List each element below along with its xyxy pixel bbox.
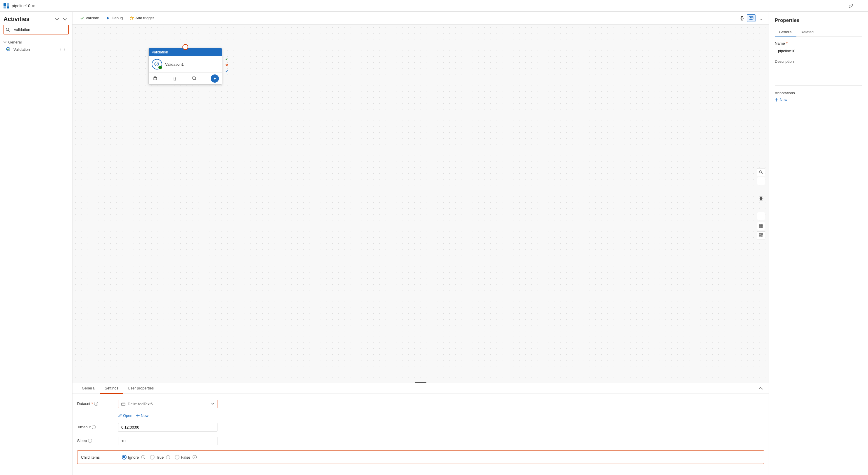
svg-marker-8 (107, 16, 109, 20)
dataset-value: DelimitedText5 (128, 402, 209, 406)
activity-node-actions: {} (149, 72, 222, 84)
topbar-more-button[interactable]: ... (857, 2, 865, 10)
svg-rect-10 (750, 20, 752, 20)
top-bar: pipeline10 ... (0, 0, 868, 12)
monitor-button[interactable] (747, 14, 755, 22)
properties-panel: Properties General Related Name * Descri… (769, 12, 868, 475)
ignore-info-icon[interactable]: i (141, 455, 145, 459)
props-tab-related[interactable]: Related (797, 28, 818, 36)
search-box[interactable] (3, 25, 69, 34)
search-input[interactable] (11, 26, 66, 33)
activity-badge (158, 65, 162, 69)
sleep-input[interactable] (118, 437, 217, 445)
section-general-label: General (8, 40, 22, 44)
tab-settings[interactable]: Settings (100, 383, 123, 394)
validate-icon (80, 16, 84, 20)
sidebar-item-validation[interactable]: Validation ⋮⋮ (3, 45, 69, 54)
svg-rect-11 (750, 17, 751, 19)
open-dataset-button[interactable]: Open (118, 413, 132, 418)
edit-icon (118, 414, 122, 417)
sleep-label: Sleep i (77, 437, 112, 443)
bottom-panel: General Settings User properties Dataset… (72, 383, 769, 475)
code-button[interactable]: {} (739, 14, 746, 22)
node-run-button[interactable] (211, 74, 219, 82)
top-bar-actions: ... (847, 2, 865, 10)
radio-ignore-circle (122, 455, 127, 460)
indicator-skip: ✓ (225, 69, 228, 74)
timeout-row: Timeout i (77, 423, 764, 432)
toolbar-more-button[interactable]: ... (757, 14, 764, 22)
child-items-false[interactable]: False i (175, 455, 197, 460)
child-items-row: Child items Ignore i True (77, 450, 764, 464)
sidebar-hide-btn[interactable] (62, 17, 69, 21)
description-textarea[interactable] (775, 65, 862, 86)
child-items-ignore[interactable]: Ignore i (122, 455, 145, 460)
tab-general[interactable]: General (77, 383, 100, 394)
sidebar-general-section: General Validation ⋮⋮ (0, 37, 72, 55)
zoom-slider[interactable] (761, 187, 761, 210)
timeout-label: Timeout i (77, 423, 112, 429)
svg-point-21 (760, 170, 762, 173)
activity-node-validation[interactable]: Validation Validation1 (149, 48, 222, 84)
arrange-button[interactable] (757, 231, 765, 239)
svg-rect-24 (761, 226, 763, 228)
annotations-field: Annotations New (775, 91, 862, 102)
dataset-label: Dataset * i (77, 400, 112, 406)
svg-rect-13 (751, 18, 752, 19)
validate-button[interactable]: Validate (77, 14, 102, 22)
sidebar-collapse-btn[interactable] (54, 17, 61, 21)
main-layout: Activities (0, 12, 868, 475)
sleep-info-icon[interactable]: i (88, 439, 92, 443)
expand-button[interactable] (847, 2, 855, 9)
debug-button[interactable]: Debug (103, 14, 126, 22)
sidebar-title: Activities (3, 16, 30, 23)
panel-collapse-button[interactable] (757, 384, 764, 392)
node-delete-button[interactable] (152, 75, 159, 82)
zoom-minus-button[interactable]: − (757, 212, 765, 220)
sidebar-item-label: Validation (13, 47, 30, 52)
search-icon (6, 28, 10, 32)
dataset-required-star: * (91, 401, 93, 406)
dataset-info-icon[interactable]: i (94, 402, 98, 406)
chevron-down-icon (3, 41, 6, 43)
child-items-true[interactable]: True i (150, 455, 170, 460)
timeout-input[interactable] (118, 423, 217, 432)
zoom-thumb (759, 197, 763, 201)
fit-button[interactable] (757, 222, 765, 230)
name-input[interactable] (775, 47, 862, 55)
add-icon (775, 98, 778, 102)
new-dataset-button[interactable]: New (136, 413, 149, 418)
activity-icon (152, 59, 162, 69)
annotations-label: Annotations (775, 91, 862, 95)
canvas-area[interactable]: Validation Validation1 (72, 25, 769, 383)
sidebar: Activities (0, 12, 72, 475)
node-code-button[interactable]: {} (172, 75, 177, 82)
radio-false-label: False (181, 455, 190, 460)
false-info-icon[interactable]: i (193, 455, 197, 459)
zoom-search-button[interactable] (757, 168, 765, 176)
true-info-icon[interactable]: i (166, 455, 170, 459)
timeout-info-icon[interactable]: i (92, 425, 96, 429)
sidebar-section-general[interactable]: General (3, 39, 69, 45)
zoom-plus-button[interactable]: + (757, 177, 765, 185)
svg-rect-31 (122, 403, 125, 406)
props-tab-general[interactable]: General (775, 28, 797, 36)
tab-user-properties[interactable]: User properties (123, 383, 158, 394)
add-annotation-button[interactable]: New (775, 98, 787, 102)
add-trigger-button[interactable]: Add trigger (127, 14, 157, 22)
center-area: Validate Debug Add trigger {} (72, 12, 769, 475)
child-items-radio-group: Ignore i True i False i (122, 453, 197, 461)
toolbar: Validate Debug Add trigger {} (72, 12, 769, 25)
node-copy-button[interactable] (191, 75, 197, 82)
unsaved-dot (32, 5, 34, 7)
svg-rect-0 (3, 3, 6, 6)
svg-rect-16 (154, 76, 156, 77)
description-field-label: Description (775, 59, 862, 64)
dataset-control: DelimitedText5 (118, 400, 217, 408)
svg-rect-3 (7, 6, 9, 8)
validation-icon (6, 47, 11, 52)
radio-false-circle (175, 455, 180, 460)
svg-marker-20 (214, 77, 216, 80)
sleep-control (118, 437, 217, 445)
dataset-dropdown[interactable]: DelimitedText5 (118, 400, 217, 408)
